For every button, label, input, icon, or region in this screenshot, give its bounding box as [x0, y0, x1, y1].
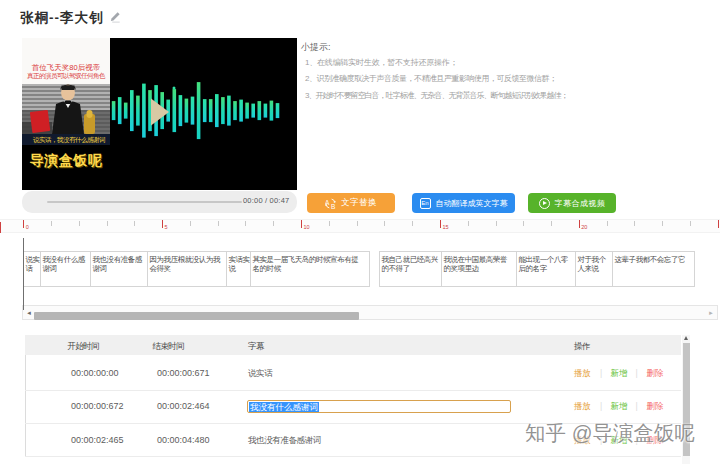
- svg-text:A: A: [325, 198, 330, 205]
- svg-text:B: B: [331, 203, 335, 209]
